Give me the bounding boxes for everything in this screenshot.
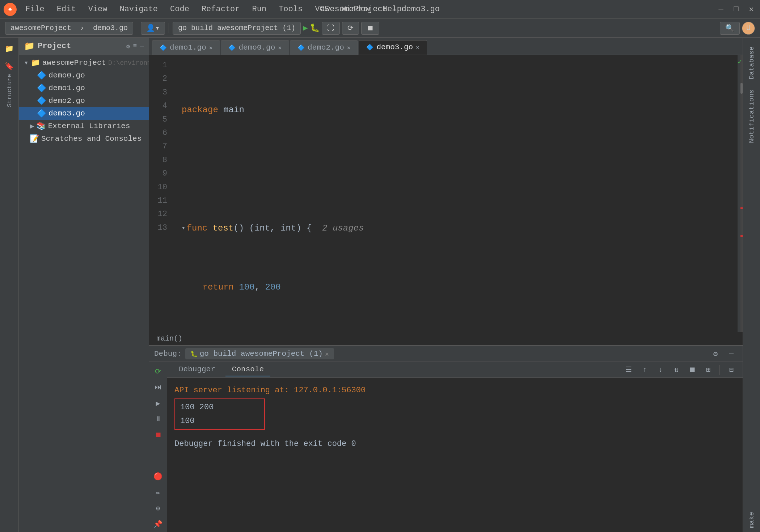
debug-rerun-btn[interactable]: ⟳ xyxy=(152,365,165,378)
menu-code[interactable]: Code xyxy=(165,3,194,15)
debugger-tab[interactable]: Debugger xyxy=(172,363,222,376)
debug-toolbar-sep xyxy=(719,365,720,375)
menu-view[interactable]: View xyxy=(83,3,113,15)
tab-close-0[interactable]: ✕ xyxy=(209,44,213,51)
fold-icon-3[interactable]: ▾ xyxy=(182,224,185,233)
menu-refactor[interactable]: Refactor xyxy=(197,3,245,15)
tab-demo2[interactable]: 🔷 demo2.go ✕ xyxy=(290,40,358,55)
debug-settings-btn[interactable]: ⚙ xyxy=(709,348,722,360)
debug-step-btn[interactable]: ⏭ xyxy=(152,381,165,394)
debug-main-content: Debugger Console ☰ ↑ ↓ ⇅ ⏹ ⊞ ⊟ xyxy=(167,362,743,532)
code-text-3: func test() (int, int) { 2 usages xyxy=(187,221,364,236)
main-toolbar: awesomeProject › demo3.go 👤▾ go build aw… xyxy=(0,19,760,38)
tab-icon-1: 🔷 xyxy=(228,44,236,51)
project-layout-icon[interactable]: ≡ xyxy=(133,42,137,50)
debug-updown-btn[interactable]: ⇅ xyxy=(670,364,683,376)
code-editor[interactable]: 1 2 3 4 5 6 7 8 9 10 11 12 13 xyxy=(149,55,738,332)
tree-file-label-0: demo0.go xyxy=(48,71,85,80)
debug-split-btn[interactable]: ⊟ xyxy=(725,364,738,376)
tree-item-demo1[interactable]: 🔷 demo1.go xyxy=(19,82,149,94)
breadcrumb-project[interactable]: awesomeProject › demo3.go xyxy=(5,22,133,35)
menu-edit[interactable]: Edit xyxy=(52,3,81,15)
search-everywhere-button[interactable]: 🔍 xyxy=(720,22,740,35)
toolbar-separator-2 xyxy=(169,23,169,33)
tree-item-external-libs[interactable]: ▶ 📚 External Libraries xyxy=(19,120,149,132)
coverage-button[interactable]: ⛶ xyxy=(322,22,340,35)
tab-close-2[interactable]: ✕ xyxy=(347,44,351,51)
tree-scratches-label: Scratches and Consoles xyxy=(41,135,142,143)
debug-pencil-btn[interactable]: ✏ xyxy=(152,486,165,499)
menu-run[interactable]: Run xyxy=(247,3,272,15)
tree-root-folder-icon: 📁 xyxy=(31,58,40,67)
code-text-4: return 100, 200 xyxy=(182,280,281,295)
menu-tools[interactable]: Tools xyxy=(274,3,308,15)
tab-icon-3: 🔷 xyxy=(366,44,373,51)
debug-bookmark-btn[interactable]: 🔴 xyxy=(152,470,165,483)
editor-area: 🔷 demo1.go ✕ 🔷 demo0.go ✕ 🔷 demo2.go ✕ 🔷… xyxy=(149,38,743,532)
tree-item-scratches[interactable]: 📝 Scratches and Consoles xyxy=(19,132,149,145)
debug-label: Debug: xyxy=(154,350,182,358)
tree-item-root[interactable]: ▾ 📁 awesomeProject D:\environment\GoWork… xyxy=(19,56,149,69)
minimize-button[interactable]: — xyxy=(716,4,726,14)
stop-button[interactable]: ⏹ xyxy=(361,22,379,35)
tab-demo3[interactable]: 🔷 demo3.go ✕ xyxy=(359,40,427,55)
debug-pin-btn[interactable]: 📌 xyxy=(152,518,165,531)
debug-result-2: 100 xyxy=(180,414,259,428)
debug-build-close[interactable]: ✕ xyxy=(325,350,329,358)
run-button[interactable]: ▶ xyxy=(303,23,308,33)
make-label[interactable]: make xyxy=(748,507,756,532)
console-tab[interactable]: Console xyxy=(225,363,270,376)
bookmarks-icon[interactable]: 🔖 xyxy=(2,59,17,73)
debug-resume-btn[interactable]: ▶ xyxy=(152,397,165,410)
sidebar-toggle-icon[interactable]: 📁 xyxy=(2,41,17,56)
user-avatar[interactable]: U xyxy=(742,22,755,35)
notifications-label[interactable]: Notifications xyxy=(748,84,756,148)
tab-close-1[interactable]: ✕ xyxy=(278,44,282,51)
debug-output-area[interactable]: API server listening at: 127.0.0.1:56300… xyxy=(167,378,743,532)
build-button[interactable]: go build awesomeProject (1) xyxy=(173,22,301,35)
debug-gear-btn[interactable]: ⚙ xyxy=(152,502,165,515)
code-content[interactable]: package main ▾ func test() (int, int) { … xyxy=(174,55,738,332)
debug-button[interactable]: 🐛 xyxy=(310,23,320,33)
debug-minimize-btn[interactable]: — xyxy=(725,348,738,360)
structure-icon[interactable]: Structure xyxy=(2,76,17,105)
debug-api-line: API server listening at: 127.0.0.1:56300 xyxy=(174,384,735,397)
debug-up-btn[interactable]: ↑ xyxy=(638,364,651,376)
debug-results-block: 100 200 100 xyxy=(174,398,735,431)
app-logo: ♠ xyxy=(4,3,17,16)
left-sidebar-strip: 📁 🔖 Structure xyxy=(0,38,19,532)
menu-file[interactable]: File xyxy=(20,3,50,15)
debug-build-label: go build awesomeProject (1) xyxy=(200,350,323,358)
debug-build-tab[interactable]: 🐛 go build awesomeProject (1) ✕ xyxy=(185,348,334,359)
maximize-button[interactable]: □ xyxy=(731,4,741,14)
debug-stop2-btn[interactable]: ⏹ xyxy=(686,364,698,376)
debug-panel-header: Debug: 🐛 go build awesomeProject (1) ✕ ⚙… xyxy=(149,346,743,362)
debug-list-btn[interactable]: ☰ xyxy=(622,364,635,376)
debug-panel: Debug: 🐛 go build awesomeProject (1) ✕ ⚙… xyxy=(149,345,743,532)
tree-item-demo2[interactable]: 🔷 demo2.go xyxy=(19,94,149,107)
code-line-3: ▾ func test() (int, int) { 2 usages xyxy=(174,221,738,236)
project-tree: ▾ 📁 awesomeProject D:\environment\GoWork… xyxy=(19,55,149,532)
tree-item-demo0[interactable]: 🔷 demo0.go xyxy=(19,69,149,82)
tab-demo1[interactable]: 🔷 demo1.go ✕ xyxy=(152,40,220,55)
debug-down-btn[interactable]: ↓ xyxy=(654,364,667,376)
debug-pause-btn[interactable]: ⏸ xyxy=(152,413,165,426)
database-panel-label[interactable]: Database xyxy=(748,41,756,84)
project-close-icon[interactable]: — xyxy=(140,42,144,50)
tree-item-demo3[interactable]: 🔷 demo3.go xyxy=(19,107,149,120)
menu-navigate[interactable]: Navigate xyxy=(114,3,163,15)
editor-scrollbar[interactable]: ✓ xyxy=(738,55,743,332)
project-panel: 📁 Project ⚙ ≡ — ▾ 📁 awesomeProject D:\en… xyxy=(19,38,149,532)
code-text-1: package main xyxy=(182,103,244,118)
debug-grid-btn[interactable]: ⊞ xyxy=(702,364,714,376)
debug-stop-btn[interactable]: ⏹ xyxy=(152,428,165,442)
tab-demo0[interactable]: 🔷 demo0.go ✕ xyxy=(221,40,289,55)
right-sidebar-strip: Database Notifications make xyxy=(743,38,760,532)
profile-run-button[interactable]: ⟳ xyxy=(342,22,359,35)
debug-icon-small: 🐛 xyxy=(190,350,198,358)
project-settings-icon[interactable]: ⚙ xyxy=(126,42,130,50)
debug-subtab-bar: Debugger Console ☰ ↑ ↓ ⇅ ⏹ ⊞ ⊟ xyxy=(167,362,743,378)
close-button[interactable]: ✕ xyxy=(746,4,756,14)
profile-button[interactable]: 👤▾ xyxy=(141,22,165,35)
tab-close-3[interactable]: ✕ xyxy=(416,44,419,51)
